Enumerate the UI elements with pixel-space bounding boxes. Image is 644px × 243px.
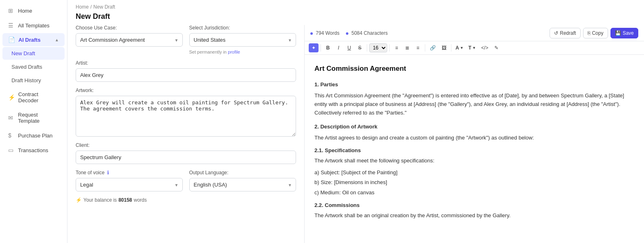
sidebar-item-label: AI Drafts [18,37,40,43]
sidebar-item-draft-history[interactable]: Draft History [2,74,65,87]
copy-button[interactable]: ⎘ Copy [583,28,608,38]
strikethrough-button[interactable]: S [355,43,365,52]
breadcrumb-home[interactable]: Home [76,4,89,10]
text-format-button[interactable]: T ▼ [467,44,478,52]
stat-dot-2 [346,32,348,35]
preview-actions: ↺ Redraft ⎘ Copy 💾 Save [550,28,638,38]
chars-stat: 5084 Characters [346,30,388,36]
copy-icon: ⎘ [588,30,590,36]
section1-para: This Art Commission Agreement (the "Agre… [314,92,634,117]
magic-btn[interactable]: ✦ [309,43,319,52]
toolbar-separator-5 [451,44,451,52]
use-case-jurisdiction-row: Choose Use Case: Art Commission Agreemen… [76,25,296,54]
tone-info-icon[interactable]: ℹ [107,170,109,176]
link-button[interactable]: 🔗 [427,43,438,52]
section22-para: The Artwork shall be an original creatio… [314,212,634,220]
sidebar-item-label: All Templates [18,22,49,29]
section2-para: The Artist agrees to design and create a… [314,134,634,142]
chevron-down-icon: ▼ [460,46,464,50]
jurisdiction-group: Select Jurisdiction: United States Unite… [189,25,296,54]
output-lang-select-wrapper: English (USA) English (UK) Spanish Frenc… [189,178,296,191]
lightning-icon: ⚡ [76,197,82,203]
use-case-select-wrapper: Art Commission Agreement Service Agreeme… [76,33,183,47]
client-input[interactable] [76,151,296,164]
stat-dot [310,32,313,35]
sidebar: ⊞ Home ☰ All Templates 📄 AI Drafts ▲ New… [0,0,67,243]
font-size-select[interactable]: 16 12 14 18 [369,43,387,52]
sidebar-item-all-templates[interactable]: ☰ All Templates [2,18,65,32]
jurisdiction-select[interactable]: United States United Kingdom Canada Aust… [189,33,296,47]
document-icon: 📄 [8,36,15,43]
sidebar-subitem-label: New Draft [11,50,35,56]
artwork-group: Artwork: Alex Grey will create a custom … [76,88,296,137]
doc-title: Art Commission Agreement [314,63,634,74]
sidebar-item-ai-drafts[interactable]: 📄 AI Drafts ▲ [2,33,65,46]
sidebar-item-new-draft[interactable]: New Draft [2,47,65,60]
redraft-button[interactable]: ↺ Redraft [550,28,580,38]
list-icon: ☰ [8,22,15,29]
save-button[interactable]: 💾 Save [610,28,638,38]
format-toolbar: ✦ B I U S 16 12 14 18 ≡ ≣ ≡ 🔗 🖼 [305,41,644,55]
spec-c: c) Medium: Oil on canvas [314,189,634,197]
spec-b: b) Size: [Dimensions in inches] [314,178,634,187]
sidebar-item-purchase-plan[interactable]: $ Purchase Plan [2,128,65,142]
output-lang-group: Output Language: English (USA) English (… [189,170,296,191]
bullet-list-button[interactable]: ≡ [392,43,402,52]
toolbar-separator-4 [425,44,425,52]
save-icon: 💾 [615,30,621,36]
use-case-select[interactable]: Art Commission Agreement Service Agreeme… [76,33,183,47]
chevron-up-icon: ▲ [55,38,59,42]
redraft-icon: ↺ [554,30,558,36]
ordered-list-button[interactable]: ≣ [402,43,412,52]
text-format-label: T [469,45,471,51]
sidebar-item-transactions[interactable]: ▭ Transactions [2,143,65,157]
words-stat: 794 Words [310,30,339,36]
preview-stats: 794 Words 5084 Characters [310,30,388,36]
sidebar-item-saved-drafts[interactable]: Saved Drafts [2,61,65,73]
lightning-icon: ⚡ [8,94,15,101]
tone-select[interactable]: Legal Formal Casual Friendly [76,178,183,191]
tone-group: Tone of voice ℹ Legal Formal Casual Frie… [76,170,183,191]
mail-icon: ✉ [8,115,15,121]
chevron-down-icon-2: ▼ [472,46,476,50]
artist-label: Artist: [76,60,296,66]
content-area: Choose Use Case: Art Commission Agreemen… [67,25,644,243]
transactions-icon: ▭ [8,147,15,153]
spec-a: a) Subject: [Subject of the Painting] [314,169,634,177]
breadcrumb-current: New Draft [93,4,115,10]
tone-language-row: Tone of voice ℹ Legal Formal Casual Frie… [76,170,296,191]
tone-label: Tone of voice ℹ [76,170,183,176]
section22-heading: 2.2. Commissions [314,201,634,210]
italic-button[interactable]: I [334,43,343,52]
sidebar-item-home[interactable]: ⊞ Home [2,4,65,18]
jurisdiction-note: Set permanently in profile [189,50,296,54]
output-lang-select[interactable]: English (USA) English (UK) Spanish Frenc… [189,178,296,191]
preview-panel: 794 Words 5084 Characters ↺ Redraft ⎘ Co… [305,25,644,243]
code-button[interactable]: </> [479,43,491,52]
sidebar-item-label: Home [18,8,32,14]
home-icon: ⊞ [8,7,15,14]
artist-input[interactable] [76,68,296,82]
balance-note: ⚡ Your balance is 80158 words [76,197,296,203]
artwork-textarea[interactable]: Alex Grey will create a custom oil paint… [76,96,296,137]
sidebar-item-contract-decoder[interactable]: ⚡ Contract Decoder [2,88,65,107]
sidebar-item-label: Purchase Plan [18,133,53,139]
align-button[interactable]: ≡ [413,43,423,52]
image-button[interactable]: 🖼 [439,43,449,52]
preview-toolbar: 794 Words 5084 Characters ↺ Redraft ⎘ Co… [305,25,644,41]
bold-button[interactable]: B [323,43,333,52]
tone-select-wrapper: Legal Formal Casual Friendly ▼ [76,178,183,191]
jurisdiction-label: Select Jurisdiction: [189,25,296,31]
client-label: Client: [76,142,296,148]
underline-button[interactable]: U [344,43,354,52]
main-content: Home / New Draft New Draft Choose Use Ca… [67,0,644,243]
profile-link[interactable]: profile [228,50,240,54]
breadcrumb: Home / New Draft [67,0,644,11]
page-title: New Draft [67,11,644,25]
highlight-button[interactable]: ✎ [491,43,501,52]
use-case-label: Choose Use Case: [76,25,183,31]
text-color-button[interactable]: A ▼ [453,44,466,52]
sidebar-item-request-template[interactable]: ✉ Request Template [2,108,65,128]
text-color-label: A [456,45,459,51]
output-lang-label: Output Language: [189,170,296,176]
